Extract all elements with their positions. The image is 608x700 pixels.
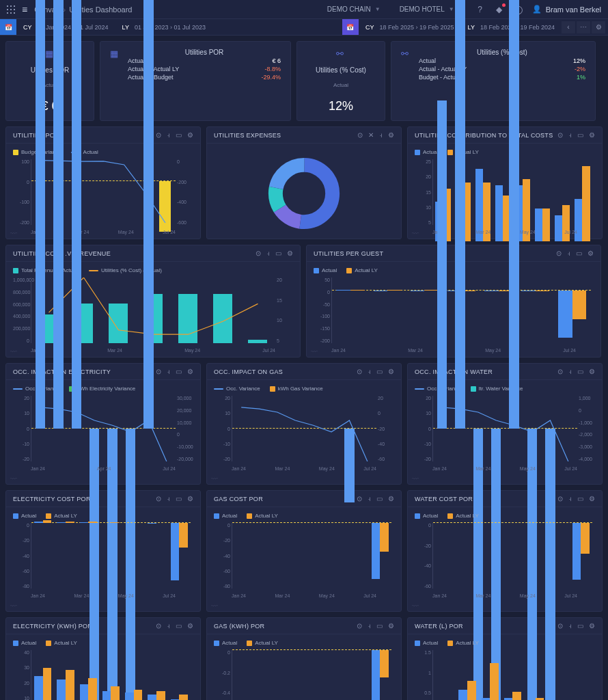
user-menu[interactable]: 👤 Bram van Berkel <box>532 5 601 14</box>
svg-rect-5 <box>14 9 15 10</box>
chevron-right-icon: › <box>63 5 66 14</box>
panel-action-icon[interactable]: ⊙ <box>556 250 562 257</box>
panel-gas-kwh-por: GAS (KWH) POR⊙⫞▭⚙ActualActual LY0-0.2-0.… <box>206 617 402 700</box>
panel-action-icon[interactable]: ▭ <box>577 131 583 139</box>
hotel-dropdown[interactable]: DEMO HOTEL ▼ <box>393 5 461 13</box>
panel-action-icon[interactable]: ⫞ <box>568 495 572 502</box>
panel-action-icon[interactable]: ▭ <box>176 622 182 630</box>
panel-action-icon[interactable]: ⫞ <box>379 131 383 139</box>
svg-rect-7 <box>10 12 12 14</box>
panel-action-icon[interactable]: ⫞ <box>167 495 170 502</box>
panel-action-icon[interactable]: ▭ <box>576 250 582 257</box>
menu-icon[interactable]: ≡ <box>22 4 27 15</box>
panel-action-icon[interactable]: ⊙ <box>156 368 161 375</box>
panel-action-icon[interactable]: ⚙ <box>287 250 293 257</box>
panel-water-l-por: WATER (L) POR⊙⫞▭⚙ActualActual LY1.510.50… <box>407 617 603 700</box>
panel-title: UTILITIES EXPENSES <box>214 132 281 139</box>
panel-action-icon[interactable]: ⚙ <box>187 368 193 375</box>
panel-action-icon[interactable]: ⚙ <box>187 622 193 630</box>
panel-title: UTILITIES CONTRIBUTION TO TOTAL COSTS <box>415 132 553 139</box>
panel-action-icon[interactable]: ▭ <box>176 131 182 139</box>
panel-action-icon[interactable]: ⫞ <box>368 368 371 375</box>
panel-title: OCC. IMPACT ON GAS <box>214 368 283 375</box>
settings-icon[interactable]: ⚙ <box>592 21 605 33</box>
notification-icon[interactable]: ◆ <box>494 4 505 15</box>
panel-title: OCC. IMPACT ON WATER <box>415 368 493 375</box>
panel-action-icon[interactable]: ▭ <box>376 368 383 375</box>
panel-action-icon[interactable]: ⊙ <box>156 622 161 630</box>
panel-action-icon[interactable]: ⚙ <box>187 495 193 502</box>
panel-action-icon[interactable]: ▭ <box>577 622 583 630</box>
panel-action-icon[interactable]: ▭ <box>376 622 383 630</box>
panel-action-icon[interactable]: ⫞ <box>567 250 570 257</box>
panel-action-icon[interactable]: ⊙ <box>156 495 161 502</box>
panel-action-icon[interactable]: ⊙ <box>357 368 362 375</box>
date-icon-cy2[interactable]: 📅 <box>342 19 359 35</box>
kpi-utilities-pct: ⚯ Utilities (% Cost) Actual 12% <box>296 41 385 121</box>
panel-action-icon[interactable]: ⚙ <box>187 131 193 139</box>
date-range-cy2[interactable]: CY 18 Feb 2025 › 19 Feb 2025 <box>359 24 461 31</box>
panel-action-icon[interactable]: ⚙ <box>388 622 394 630</box>
svg-point-12 <box>275 165 332 221</box>
panel-action-icon[interactable]: ⚙ <box>589 622 595 630</box>
panel-action-icon[interactable]: ⚙ <box>589 495 595 502</box>
chain-dropdown[interactable]: DEMO CHAIN ▼ <box>320 5 387 13</box>
panel-action-icon[interactable]: ⊙ <box>557 368 563 375</box>
bed-icon: ▦ <box>110 49 120 58</box>
panel-title: WATER COST POR <box>415 496 473 502</box>
panel-action-icon[interactable]: ⫞ <box>368 495 371 502</box>
panel-action-icon[interactable]: ▭ <box>577 368 583 375</box>
panel-action-icon[interactable]: ▭ <box>376 495 383 502</box>
panel-action-icon[interactable]: ⫞ <box>368 622 371 630</box>
svg-rect-8 <box>14 12 15 14</box>
date-range-cy[interactable]: CY 01 Jan 2024 › 01 Jul 2024 <box>16 24 115 31</box>
dropdown-label: DEMO CHAIN <box>327 5 371 13</box>
svg-rect-2 <box>14 5 15 7</box>
panel-action-icon[interactable]: ✕ <box>368 131 374 139</box>
panel-action-icon[interactable]: ▭ <box>577 495 583 502</box>
panel-action-icon[interactable]: ⊙ <box>357 495 362 502</box>
panel-action-icon[interactable]: ⊙ <box>255 250 261 257</box>
username: Bram van Berkel <box>546 5 601 14</box>
panel-action-icon[interactable]: ⊙ <box>357 131 363 139</box>
chevron-down-icon: ▼ <box>449 6 454 12</box>
panel-action-icon[interactable]: ▭ <box>275 250 281 257</box>
panel-gas-cost-por: GAS COST POR⊙⫞▭⚙ActualActual LY0-20-40-6… <box>206 490 402 612</box>
panel-action-icon[interactable]: ⚙ <box>588 250 594 257</box>
svg-rect-1 <box>10 5 12 7</box>
panel-action-icon[interactable]: ⫞ <box>266 250 270 257</box>
panel-action-icon[interactable]: ⫞ <box>167 368 170 375</box>
panel-action-icon[interactable]: ⫞ <box>568 368 572 375</box>
panel-action-icon[interactable]: ⊙ <box>557 131 563 139</box>
avatar-icon: 👤 <box>532 5 542 14</box>
panel-action-icon[interactable]: ▭ <box>176 495 182 502</box>
dashboard-content: ▦ Utilities POR Actual € 6 ▦ Utilities P… <box>0 36 608 700</box>
date-range-ly[interactable]: LY 01 Jan 2023 › 01 Jul 2023 <box>115 24 212 31</box>
panel-action-icon[interactable]: ⫞ <box>167 622 170 630</box>
panel-action-icon[interactable]: ⚙ <box>388 368 394 375</box>
panel-action-icon[interactable]: ⚙ <box>589 368 595 375</box>
help-icon[interactable]: ? <box>475 4 486 15</box>
panel-title: WATER (L) POR <box>415 623 463 630</box>
dropdown-label: DEMO HOTEL <box>400 5 445 13</box>
panel-action-icon[interactable]: ▭ <box>176 368 182 375</box>
panel-action-icon[interactable]: ⚙ <box>388 131 394 139</box>
date-icon-cy[interactable]: 📅 <box>0 19 16 35</box>
panel-action-icon[interactable]: ⊙ <box>156 131 161 139</box>
panel-action-icon[interactable]: ⊙ <box>557 622 563 630</box>
panel-action-icon[interactable]: ⫞ <box>167 131 170 139</box>
panel-action-icon[interactable]: ⚙ <box>388 495 394 502</box>
panel-action-icon[interactable]: ⚙ <box>589 131 595 139</box>
panel-water-cost-por: WATER COST POR⊙⫞▭⚙ActualActual LY0-20-40… <box>407 490 603 612</box>
panel-action-icon[interactable]: ⊙ <box>557 495 563 502</box>
prev-button[interactable]: ‹ <box>562 21 575 33</box>
panel-utilities-expenses: UTILITIES EXPENSES⊙✕⫞⚙ <box>206 126 402 239</box>
more-button[interactable]: ⋯ <box>577 21 590 33</box>
panel-action-icon[interactable]: ⫞ <box>568 131 572 139</box>
panel-per-guest: UTILITIES PER GUEST⊙⫞▭⚙ActualActual LY50… <box>306 245 601 358</box>
app-logo-icon <box>7 5 15 14</box>
panel-action-icon[interactable]: ⊙ <box>357 622 362 630</box>
link-icon: ⚯ <box>336 49 346 58</box>
chevron-down-icon: ▼ <box>375 6 381 12</box>
panel-action-icon[interactable]: ⫞ <box>568 622 572 630</box>
